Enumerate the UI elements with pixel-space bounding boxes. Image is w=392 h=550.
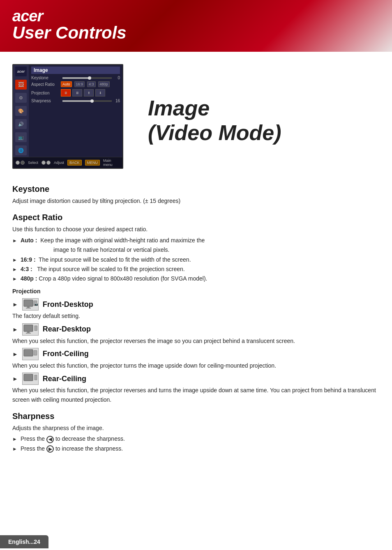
front-ceiling-icon (22, 348, 39, 360)
svg-rect-0 (24, 300, 33, 306)
sharpness-decrease-item: ► Press the ◀ to decrease the sharpness. (12, 434, 380, 443)
osd-adjust-label: Adjust (54, 161, 64, 165)
osd-proj-rear-desktop: 🖥 (72, 89, 82, 97)
acer-logo: acer (12, 7, 43, 25)
image-mode-title-area: Image (Video Mode) (131, 64, 380, 169)
projection-label: Projection (12, 287, 380, 296)
aspect-ratio-intro: Use this function to choose your desired… (12, 225, 380, 234)
page-title: User Controls (12, 23, 380, 43)
rear-ceiling-title: Rear-Ceiling (43, 375, 86, 383)
rear-desktop-title: Rear-Desktop (43, 325, 91, 334)
page-number-badge: English...24 (0, 535, 48, 548)
rear-desktop-svg (23, 324, 38, 335)
keystone-title: Keystone (12, 184, 380, 194)
front-desktop-icon: 📷 (22, 298, 39, 311)
osd-bottom-bar: Select Adjust BACK MENU Main menu (13, 157, 122, 168)
rear-ceiling-desc: When you select this function, the proje… (12, 386, 380, 404)
osd-sharpness-row: Sharpness 16 (31, 99, 120, 103)
osd-nav-adjust (42, 161, 51, 165)
osd-sharpness-label: Sharpness (31, 99, 61, 103)
proj-arrow-3: ► (12, 351, 18, 357)
projection-front-desktop-item: ► 📷 Front-Desktop (12, 298, 380, 311)
osd-select-label: Select (28, 161, 38, 165)
list-item-auto: ► Auto : Keep the image with original wi… (12, 236, 380, 245)
projection-rear-desktop-item: ► Rear-Desktop (12, 323, 380, 336)
osd-proj-rear-ceiling: ⬇ (95, 89, 105, 97)
osd-icons-column: acer 🖼 ⚙ 🎨 🔊 📺 🌐 (13, 65, 29, 157)
svg-rect-16 (26, 374, 31, 375)
osd-proj-front-ceiling: ⬆ (84, 89, 94, 97)
svg-rect-12 (26, 349, 31, 350)
osd-screenshot: acer 🖼 ⚙ 🎨 🔊 📺 🌐 Image (12, 64, 123, 169)
osd-sharpness-value: 16 (113, 99, 120, 103)
keystone-body: Adjust image distortion caused by tiltin… (12, 196, 380, 205)
sharpness-intro: Adjusts the sharpness of the image. (12, 423, 380, 433)
osd-aspect-43: 4:3 (87, 81, 96, 87)
page-header: acer User Controls (0, 0, 392, 52)
svg-rect-13 (34, 350, 37, 355)
svg-text:📷: 📷 (35, 302, 38, 306)
rear-desktop-icon (22, 323, 39, 336)
osd-projection-row: Projection 🖥 🖥 ⬆ ⬇ (31, 88, 120, 97)
osd-display-icon: 📺 (15, 132, 27, 142)
item-169-text: 16:9 : The input source will be scaled t… (21, 255, 191, 264)
osd-menu-button: MENU (85, 160, 100, 166)
bullet-arrow-169: ► (12, 256, 17, 264)
osd-acer-logo-icon: acer (15, 67, 27, 76)
bullet-arrow-increase: ► (12, 445, 17, 453)
osd-aspect-row: Aspect Ratio Auto 16:9 4:3 480p (31, 81, 120, 87)
projection-front-ceiling-item: ► Front-Ceiling (12, 348, 380, 360)
osd-aspect-auto: Auto (61, 81, 72, 87)
rear-desktop-desc: When you select this function, the proje… (12, 336, 380, 345)
decrease-circle-icon: ◀ (46, 436, 54, 443)
svg-rect-2 (26, 308, 31, 308)
image-mode-line2: (Video Mode) (148, 121, 281, 145)
osd-aspect-options: Auto 16:9 4:3 480p (61, 81, 110, 87)
list-item-480p: ► 480p : Crop a 480p video signal to 800… (12, 274, 380, 283)
sharpness-decrease-text: Press the ◀ to decrease the sharpness. (21, 434, 125, 443)
auto-label: Auto : Keep the image with original widt… (21, 236, 205, 245)
image-mode-line1: Image (148, 96, 210, 121)
osd-audio-icon: 🔊 (15, 119, 27, 129)
bullet-arrow-auto: ► (12, 237, 17, 245)
svg-rect-1 (27, 306, 30, 308)
bullet-arrow-480p: ► (12, 275, 17, 283)
sharpness-title: Sharpness (12, 412, 380, 421)
svg-rect-5 (24, 325, 33, 331)
front-ceiling-desc: When you select this function, the proje… (12, 361, 380, 370)
increase-circle-icon: ▶ (46, 445, 54, 453)
osd-nav-select (16, 161, 25, 165)
page-footer: English...24 (0, 534, 392, 550)
list-item-auto-cont: image to fit native horizontal or vertic… (12, 245, 380, 254)
front-desktop-desc: The factory default setting. (12, 311, 380, 320)
svg-rect-6 (27, 331, 30, 333)
auto-cont-text: image to fit native horizontal or vertic… (21, 245, 169, 254)
list-item-43: ► 4:3 : The input source will be scaled … (12, 265, 380, 274)
bullet-arrow-43: ► (12, 266, 17, 274)
osd-keystone-label: Keystone (31, 76, 61, 80)
top-content: acer 🖼 ⚙ 🎨 🔊 📺 🌐 Image (0, 52, 392, 169)
front-ceiling-svg (23, 349, 38, 359)
proj-arrow-2: ► (12, 326, 18, 333)
aspect-ratio-list: ► Auto : Keep the image with original wi… (12, 236, 380, 283)
osd-back-button: BACK (67, 160, 82, 166)
osd-image-icon: 🖼 (15, 80, 27, 90)
svg-rect-7 (26, 333, 31, 334)
bullet-arrow-decrease: ► (12, 435, 17, 443)
osd-main-column: Image Keystone 0 Aspect Ratio (29, 65, 122, 157)
osd-settings1-icon: ⚙ (15, 93, 27, 103)
osd-sharpness-slider (62, 100, 112, 102)
svg-rect-11 (27, 350, 30, 351)
osd-projection-label: Projection (31, 91, 61, 95)
osd-aspect-169: 16:9 (74, 81, 85, 87)
main-content: Keystone Adjust image distortion caused … (0, 169, 392, 466)
osd-aspect-480p: 480p (98, 81, 110, 87)
front-ceiling-title: Front-Ceiling (43, 350, 89, 358)
rear-ceiling-icon (22, 373, 39, 385)
svg-marker-17 (35, 375, 37, 380)
osd-keystone-value: 0 (113, 76, 120, 80)
aspect-ratio-title: Aspect Ratio (12, 213, 380, 222)
osd-aspect-label: Aspect Ratio (31, 82, 61, 87)
proj-arrow-1: ► (12, 301, 18, 308)
item-43-text: 4:3 : The input source will be scaled to… (21, 265, 185, 274)
